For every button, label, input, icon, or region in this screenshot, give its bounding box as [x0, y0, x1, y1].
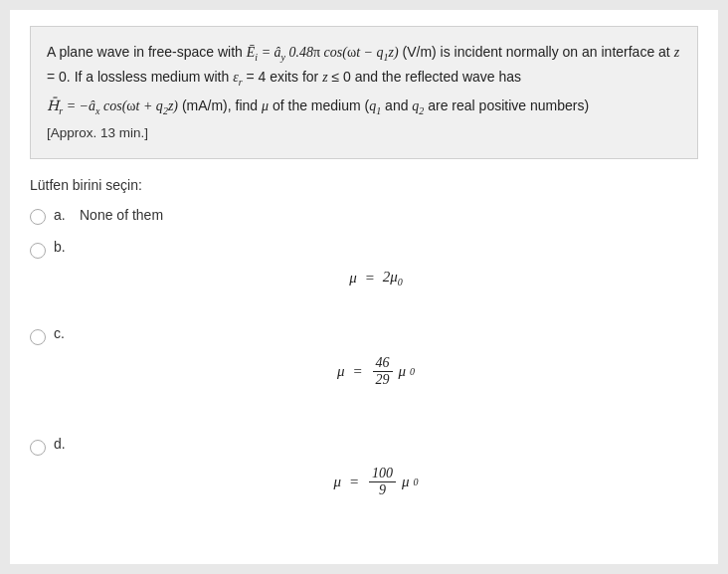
main-container: A plane wave in free-space with Ēi = ây …: [10, 10, 718, 564]
option-b-radio[interactable]: [30, 243, 46, 259]
option-c-row: c. μ = 46 29 μ0: [30, 321, 698, 402]
option-c-radio[interactable]: [30, 329, 46, 345]
option-d-content: d. μ = 100 9 μ0: [54, 436, 698, 508]
option-a-radio[interactable]: [30, 209, 46, 225]
option-d-row: d. μ = 100 9 μ0: [30, 432, 698, 512]
option-a-label: a.: [54, 207, 74, 223]
option-d-radio[interactable]: [30, 440, 46, 456]
question-box: A plane wave in free-space with Ēi = ây …: [30, 26, 698, 159]
math-ei: Ēi = ây 0.48π cos(ωt − q1z): [247, 45, 399, 60]
question-line2: H̄r = −âx cos(ωt + q2z) (mA/m), find μ o…: [47, 95, 681, 119]
option-a-row: a. None of them: [30, 203, 698, 229]
option-c-math: μ = 46 29 μ0: [54, 341, 698, 398]
option-d-label: d.: [54, 436, 74, 452]
approx-time: [Approx. 13 min.]: [47, 122, 681, 144]
option-d-math: μ = 100 9 μ0: [54, 452, 698, 508]
option-c-label: c.: [54, 325, 74, 341]
option-a-text: None of them: [80, 207, 163, 223]
option-c-content: c. μ = 46 29 μ0: [54, 325, 698, 398]
option-b-label: b.: [54, 239, 74, 255]
option-b-math: μ = 2μ0: [54, 255, 698, 297]
option-b-row: b. μ = 2μ0: [30, 235, 698, 301]
question-line1: A plane wave in free-space with Ēi = ây …: [47, 41, 681, 91]
instruction-text: Lütfen birini seçin:: [30, 177, 698, 193]
option-a-content: a. None of them: [54, 207, 698, 223]
option-b-content: b. μ = 2μ0: [54, 239, 698, 297]
